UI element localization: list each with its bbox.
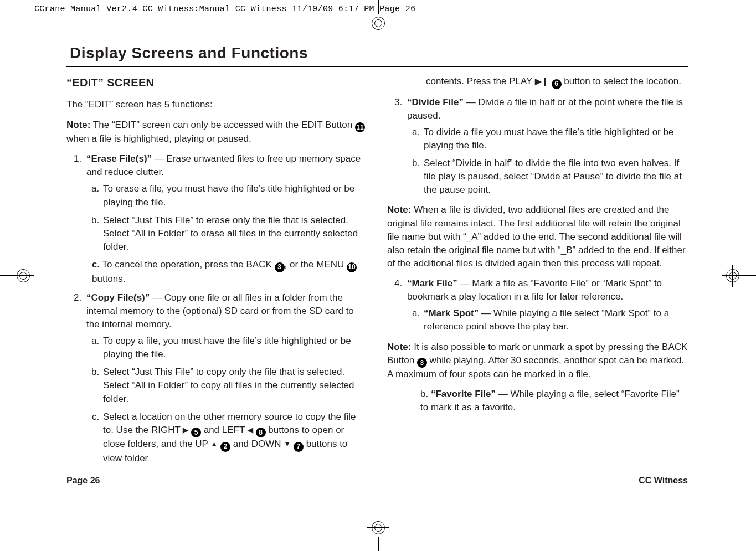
registration-mark xyxy=(367,517,389,539)
function-list: “Erase File(s)” — Erase unwanted files t… xyxy=(66,152,367,465)
down-arrow-icon: ▼ xyxy=(284,439,291,449)
sub-item-text: buttons. xyxy=(92,274,126,284)
badge-2-icon: 2 xyxy=(220,442,230,452)
right-column: contents. Press the PLAY ▶❙ 6 button to … xyxy=(387,75,688,472)
page-body: Display Screens and Functions “EDIT” SCR… xyxy=(66,44,688,494)
sub-item-title: “Favorite File” xyxy=(431,389,496,399)
badge-3-icon: 3 xyxy=(417,358,427,368)
sub-item-text: , or the MENU xyxy=(285,259,347,270)
footer-rule xyxy=(66,472,688,472)
sub-item-text: and LEFT xyxy=(201,425,248,435)
text-columns: “EDIT” SCREEN The “EDIT” screen has 5 fu… xyxy=(66,75,688,472)
play-pause-icon: ▶❙ xyxy=(535,75,549,87)
right-arrow-icon: ▶ xyxy=(183,425,188,435)
crop-mark xyxy=(742,275,756,276)
badge-8-icon: 8 xyxy=(256,428,266,437)
sub-item: Select “Divide in half” to divide the fi… xyxy=(423,157,688,197)
note-mark-spot: Note: It is also possible to mark or unm… xyxy=(387,341,688,382)
up-arrow-icon: ▲ xyxy=(210,439,218,449)
item-title: “Mark File” xyxy=(407,278,457,289)
function-list-cont: “Divide File” — Divide a file in half or… xyxy=(387,96,688,197)
badge-5-icon: 5 xyxy=(191,428,201,437)
note-text: The “EDIT” screen can only be accessed w… xyxy=(90,120,355,130)
note-text: When a file is divided, two additional f… xyxy=(387,204,686,269)
badge-11-icon: 11 xyxy=(355,122,365,132)
intro-text: The “EDIT” screen has 5 functions: xyxy=(66,98,367,111)
list-item-copy: “Copy File(s)” — Copy one file or all fi… xyxy=(84,291,367,465)
sub-item-title: “Mark Spot” xyxy=(424,308,479,318)
left-arrow-icon: ◀ xyxy=(248,425,253,435)
list-item-erase: “Erase File(s)” — Erase unwanted files t… xyxy=(84,152,367,286)
sublist: To erase a file, you must have the file’… xyxy=(86,182,367,254)
registration-mark xyxy=(12,265,34,287)
registration-mark xyxy=(367,12,389,34)
item-title: “Divide File” xyxy=(407,97,464,107)
note-label: Note: xyxy=(66,120,90,130)
favorite-file-sub: b. “Favorite File” — While playing a fil… xyxy=(387,388,688,414)
item-title: “Copy File(s)” xyxy=(86,292,150,303)
sub-item-text: To cancel the operation, press the BACK xyxy=(100,259,274,270)
copy-continuation: contents. Press the PLAY ▶❙ 6 button to … xyxy=(387,75,688,89)
note-edit-access: Note: The “EDIT” screen can only be acce… xyxy=(66,119,367,146)
item-title: “Erase File(s)” xyxy=(86,153,152,164)
list-item-mark: “Mark File” — Mark a file as “Favorite F… xyxy=(405,277,688,334)
sub-item: Select “Just This File” to copy only the… xyxy=(102,365,367,405)
note-divide: Note: When a file is divided, two additi… xyxy=(387,203,688,270)
sub-item: To copy a file, you must have the file’s… xyxy=(102,334,367,361)
badge-7-icon: 7 xyxy=(294,442,304,452)
badge-3-icon: 3 xyxy=(275,262,285,272)
print-slug: CCrane_Manual_Ver2.4_CC Witness:Manual_C… xyxy=(34,4,415,14)
sub-item-label: c. xyxy=(92,259,100,270)
section-title: Display Screens and Functions xyxy=(70,44,688,62)
sub-item: To erase a file, you must have the file’… xyxy=(102,182,367,209)
sub-item: Select “Just This File” to erase only th… xyxy=(102,214,367,254)
text: button to select the location. xyxy=(562,76,681,86)
product-name: CC Witness xyxy=(639,476,688,486)
registration-mark xyxy=(722,265,744,287)
page-footer: Page 26 CC Witness xyxy=(66,476,688,486)
list-item-divide: “Divide File” — Divide a file in half or… xyxy=(405,96,688,197)
sub-item-c: c. To cancel the operation, press the BA… xyxy=(86,258,367,286)
sub-item: Select a location on the other memory so… xyxy=(102,410,367,465)
sub-item: To divide a file you must have the file’… xyxy=(423,126,688,152)
function-list-cont2: “Mark File” — Mark a file as “Favorite F… xyxy=(387,277,688,334)
badge-10-icon: 10 xyxy=(347,262,357,272)
sublist: To divide a file you must have the file’… xyxy=(407,126,688,197)
crop-mark xyxy=(378,537,379,551)
badge-6-icon: 6 xyxy=(552,79,562,89)
note-text: while playing. After 30 seconds, another… xyxy=(387,355,684,380)
sub-item-label: b. xyxy=(420,389,431,399)
sub-item: “Mark Spot” — While playing a file selec… xyxy=(423,307,688,333)
subsection-heading: “EDIT” SCREEN xyxy=(66,75,367,90)
sublist: To copy a file, you must have the file’s… xyxy=(86,334,367,465)
left-column: “EDIT” SCREEN The “EDIT” screen has 5 fu… xyxy=(66,75,367,472)
sub-item-text: and DOWN xyxy=(230,439,284,449)
text: contents. Press the PLAY xyxy=(426,76,535,86)
note-label: Note: xyxy=(387,342,411,352)
note-label: Note: xyxy=(387,204,411,215)
note-text: when a file is highlighted, playing or p… xyxy=(66,133,251,144)
page-number: Page 26 xyxy=(66,476,100,486)
sublist: “Mark Spot” — While playing a file selec… xyxy=(407,307,688,333)
header-rule xyxy=(66,66,688,67)
